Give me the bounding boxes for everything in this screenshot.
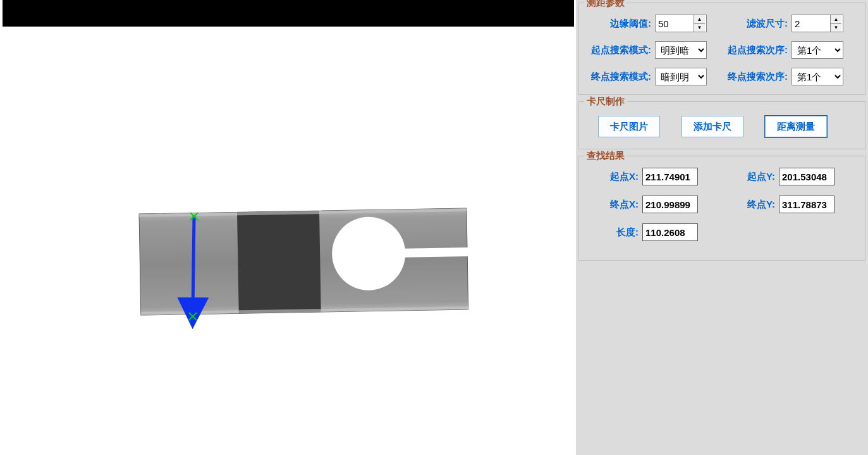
end-y-value: 311.78873 <box>779 196 834 213</box>
caliper-image-button[interactable]: 卡尺图片 <box>598 116 660 137</box>
app-root: 测距参数 边缘阈值: ▲ ▼ 滤波尺寸: <box>0 0 868 455</box>
start-x-value: 211.74901 <box>642 168 698 185</box>
length-value: 110.2608 <box>642 223 698 241</box>
end-order-label: 终点搜索次序: <box>722 71 792 83</box>
end-x-value: 210.99899 <box>642 196 698 213</box>
caliper-image-canvas <box>0 0 576 455</box>
add-caliper-button[interactable]: 添加卡尺 <box>682 116 743 137</box>
filter-size-spinner[interactable]: ▲ ▼ <box>792 15 843 32</box>
edge-threshold-label: 边缘阈值: <box>585 18 655 30</box>
side-panel: 测距参数 边缘阈值: ▲ ▼ 滤波尺寸: <box>576 0 868 455</box>
start-x-label: 起点X: <box>585 171 642 183</box>
filter-size-up[interactable]: ▲ <box>831 15 841 24</box>
group-results: 查找结果 起点X: 211.74901 起点Y: 201.53048 终点X: … <box>578 156 865 261</box>
end-x-label: 终点X: <box>585 199 642 211</box>
filter-size-label: 滤波尺寸: <box>722 18 792 30</box>
length-label: 长度: <box>585 227 642 239</box>
edge-threshold-down[interactable]: ▼ <box>694 24 705 32</box>
edge-threshold-spinner[interactable]: ▲ ▼ <box>655 15 707 32</box>
start-y-value: 201.53048 <box>779 168 834 185</box>
svg-rect-1 <box>237 211 321 313</box>
end-mode-label: 终点搜索模式: <box>585 71 655 83</box>
start-mode-label: 起点搜索模式: <box>585 44 655 56</box>
edge-threshold-up[interactable]: ▲ <box>694 15 705 24</box>
start-order-label: 起点搜索次序: <box>722 44 792 56</box>
filter-size-down[interactable]: ▼ <box>831 24 841 32</box>
distance-measure-button[interactable]: 距离测量 <box>765 116 827 137</box>
start-order-select[interactable]: 第1个 <box>792 41 843 59</box>
distance-params-title: 测距参数 <box>584 0 627 9</box>
end-mode-select[interactable]: 暗到明 <box>655 68 707 85</box>
start-mode-select[interactable]: 明到暗 <box>655 41 707 59</box>
group-caliper: 卡尺制作 卡尺图片 添加卡尺 距离测量 <box>578 101 865 149</box>
end-order-select[interactable]: 第1个 <box>792 68 843 85</box>
caliper-title: 卡尺制作 <box>584 96 627 108</box>
group-distance-params: 测距参数 边缘阈值: ▲ ▼ 滤波尺寸: <box>578 3 865 95</box>
results-title: 查找结果 <box>584 150 627 162</box>
image-viewer[interactable] <box>0 0 576 455</box>
measurement-arrow <box>193 216 194 310</box>
start-y-label: 起点Y: <box>722 171 779 183</box>
end-y-label: 终点Y: <box>722 199 779 211</box>
edge-threshold-input[interactable] <box>656 15 694 32</box>
filter-size-input[interactable] <box>792 15 830 32</box>
